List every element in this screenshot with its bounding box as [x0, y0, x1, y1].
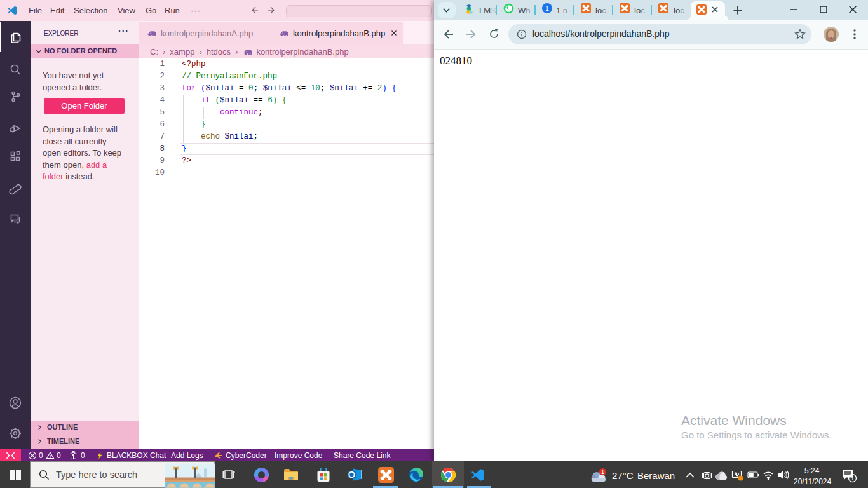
svg-text:1: 1	[851, 475, 854, 482]
svg-text:1: 1	[545, 5, 549, 12]
svg-text:1: 1	[601, 469, 604, 475]
